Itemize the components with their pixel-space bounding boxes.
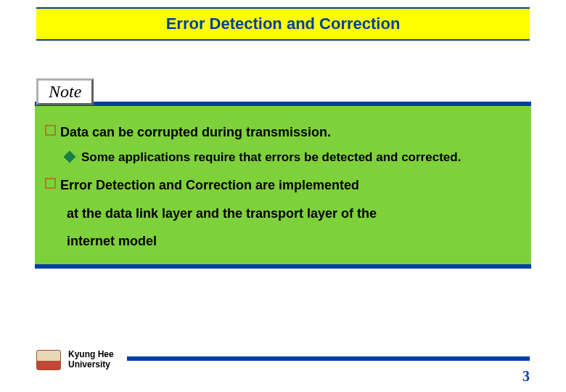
- subbullet-row-1: Some applications require that errors be…: [45, 150, 521, 166]
- bullet-1-text: Data can be corrupted during transmissio…: [60, 123, 331, 141]
- university-logo-icon: [36, 350, 61, 370]
- bullet-2-continuation: at the data link layer and the transport…: [67, 205, 521, 222]
- content-panel: Data can be corrupted during transmissio…: [35, 102, 531, 269]
- bullet-2-line1: Error Detection and Correction are imple…: [60, 176, 359, 194]
- note-label: Note: [49, 82, 81, 101]
- bullet-2-line2: at the data link layer and the transport…: [67, 206, 377, 221]
- diamond-bullet-icon: [64, 151, 76, 163]
- bullet-row-1: Data can be corrupted during transmissio…: [45, 123, 521, 141]
- bullet-row-2: Error Detection and Correction are imple…: [45, 176, 521, 194]
- bullet-2-line3: internet model: [67, 234, 157, 248]
- footer-divider: [127, 356, 530, 361]
- note-callout: Note: [36, 78, 94, 105]
- subbullet-1-text: Some applications require that errors be…: [81, 150, 461, 166]
- square-bullet-icon: [45, 178, 56, 189]
- university-name: Kyung Hee University: [68, 350, 114, 370]
- university-line2: University: [68, 360, 114, 370]
- square-bullet-icon: [45, 125, 56, 136]
- page-number: 3: [522, 368, 530, 385]
- page-title: Error Detection and Correction: [166, 15, 401, 33]
- bullet-2-continuation: internet model: [67, 232, 521, 250]
- university-line1: Kyung Hee: [68, 350, 114, 360]
- footer: Kyung Hee University: [36, 350, 530, 370]
- title-bar: Error Detection and Correction: [36, 7, 530, 41]
